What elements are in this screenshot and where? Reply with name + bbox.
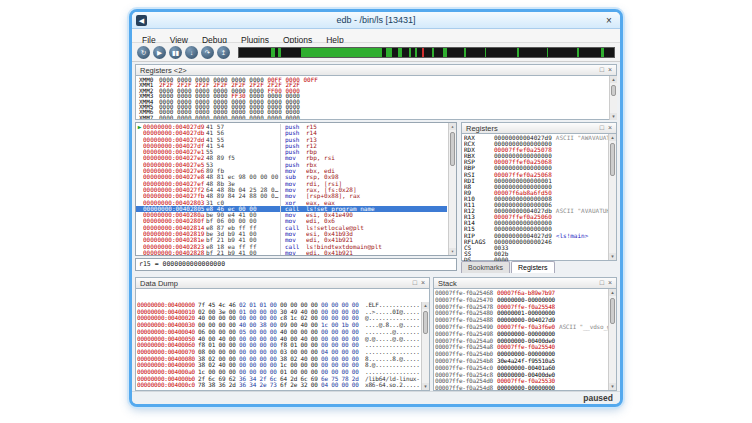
stack-address: 00007ffe-f0a25470 [435,296,493,303]
memory-region-segment [415,48,417,57]
xmm-registers-dock: Registers <2> □ × XMM00000 0000 0000 000… [135,64,617,120]
scrollbar[interactable]: ▴ ▾ [608,134,616,260]
scroll-down-icon[interactable]: ▾ [449,248,456,255]
hex-dump-rows[interactable]: 00000000:004000007f 45 4c 46 02 01 01 00… [137,302,421,391]
operands: edi, 0x41b921 [306,250,447,255]
scroll-thumb[interactable] [450,132,455,166]
scroll-thumb[interactable] [611,85,616,96]
tab-bookmarks[interactable]: Bookmarks [461,261,510,273]
dock-close-icon[interactable]: × [608,123,612,133]
memory-region-segment [409,48,412,57]
xmm-dock-header[interactable]: Registers <2> □ × [135,64,617,76]
hex-byte: 2e [260,381,270,388]
registers-dock-title: Registers [466,124,596,133]
memory-region-segment [422,48,424,57]
toolbar: ↻▶▮▮↓↷↥ [132,43,620,62]
edb-window: ◀ edb - /bin/ls [13431] × FileViewDebugP… [129,9,623,407]
stack-address: 00007ffe-f0a254d8 [435,384,493,391]
status-bar: paused [132,391,620,404]
hex-byte: 73 [270,381,280,388]
step-over-icon[interactable]: ↷ [201,46,214,59]
hex-byte: 00 [342,381,352,388]
dock-float-icon[interactable]: □ [413,278,417,288]
stack-rows[interactable]: 00007ffe-f0a2546800007f6a-b89e7b9700007f… [435,290,608,391]
disassembly-row[interactable]: 00000000:00402828bf 21 b9 41 00movedi, 0… [136,250,447,255]
data-dump-title: Data Dump [140,279,409,288]
dock-close-icon[interactable]: × [608,278,612,288]
dock-close-icon[interactable]: × [608,65,612,75]
register-list[interactable]: RAX00000000004027d9ASCII "AWAVAUATUH"RCX… [464,135,608,261]
memory-region-segment [464,48,466,57]
xmm-dock-title: Registers <2> [140,66,596,75]
current-instruction-marker [136,250,143,255]
scrollbar[interactable]: ▴ ▾ [448,123,456,255]
scroll-up-icon[interactable]: ▴ [609,134,616,141]
xmm-register-list[interactable]: XMM00000 0000 0000 0000 0000 0000 00FF 0… [135,76,617,120]
memory-region-segment [443,48,447,57]
ascii-column: ................ [365,368,420,375]
scroll-up-icon[interactable]: ▴ [449,123,456,130]
hex-byte: 78 [198,381,208,388]
memory-region-segment [485,48,487,57]
stack-header[interactable]: Stack □ × [433,277,617,289]
pause-icon[interactable]: ▮▮ [169,46,182,59]
scroll-up-icon[interactable]: ▴ [609,289,616,296]
scroll-down-icon[interactable]: ▾ [609,383,616,390]
hex-byte: 34 [249,381,259,388]
step-into-icon[interactable]: ↓ [185,46,198,59]
registers-dock-header[interactable]: Registers □ × [461,122,617,134]
mnemonic: mov [280,250,306,255]
ascii-column: ........@....... [365,328,420,335]
dump-address: 00000000:00400070 [137,348,195,355]
stack-address: 00007ffe-f0a25490 [435,323,493,330]
memory-map-bar[interactable] [238,47,615,58]
scrollbar[interactable]: ▴ ▾ [609,76,617,120]
titlebar[interactable]: ◀ edb - /bin/ls [13431] × [132,12,620,29]
stack-address: 00007ffe-f0a25498 [435,330,493,337]
tab-registers[interactable]: Registers [511,261,555,273]
memory-region-segment [386,48,392,57]
scrollbar[interactable]: ▴ ▾ [608,289,616,390]
dock-close-icon[interactable]: × [421,278,425,288]
scroll-down-icon[interactable]: ▾ [609,253,616,260]
hex-byte: 04 [321,381,331,388]
hex-byte: 2d [229,381,239,388]
hex-byte: 38 [208,381,218,388]
app-icon[interactable]: ◀ [136,15,147,26]
data-dump-header[interactable]: Data Dump □ × [135,277,430,289]
register-note: <ls!main> [556,232,589,239]
scrollbar[interactable]: ▴ ▾ [421,302,429,390]
scroll-thumb[interactable] [610,298,615,324]
step-out-icon[interactable]: ↥ [217,46,230,59]
scroll-thumb[interactable] [610,143,615,176]
run-icon[interactable]: ▶ [153,46,166,59]
xmm-register-row[interactable]: XMM70000 0000 0000 0000 0000 0000 0000 0… [139,115,606,120]
scroll-down-icon[interactable]: ▾ [422,383,429,390]
scroll-thumb[interactable] [423,311,428,334]
debugger-state-label: paused [583,393,613,403]
scroll-down-icon[interactable]: ▾ [610,113,617,120]
dock-float-icon[interactable]: □ [600,123,604,133]
ascii-column: ................ [365,348,420,355]
memory-region-segment [517,48,520,57]
register-hint-line: r15 = 0000000000000000 [135,258,457,271]
instruction-address: 00000000:00402828 [143,250,206,255]
hex-byte: 32 [301,381,311,388]
memory-region-segment [577,48,579,57]
dock-float-icon[interactable]: □ [600,65,604,75]
register-note: ASCII "AVAUATUH" [556,207,608,214]
restart-icon[interactable]: ↻ [137,46,150,59]
disassembly-view[interactable]: ▶00000000:004027d941 57pushr1500000000:0… [135,122,457,256]
data-dump-dock: Data Dump □ × 0x0000000000400000-0x00000… [135,277,430,391]
memory-region-segment [398,48,402,57]
scroll-up-icon[interactable]: ▴ [610,76,617,83]
register-note: ASCII "AWAVAUATUH" [556,135,608,141]
disassembly-rows: ▶00000000:004027d941 57pushr1500000000:0… [136,124,447,255]
dock-tab-bar: BookmarksRegisters [461,261,617,273]
dock-float-icon[interactable]: □ [600,278,604,288]
register-name: XMM7 [139,115,159,120]
close-icon[interactable]: × [603,14,615,27]
scroll-up-icon[interactable]: ▴ [422,302,429,309]
hex-byte: 2e [290,381,300,388]
hex-dump-row[interactable]: 00000000:004000c078 38 36 2d 36 34 2e 73… [137,382,421,389]
